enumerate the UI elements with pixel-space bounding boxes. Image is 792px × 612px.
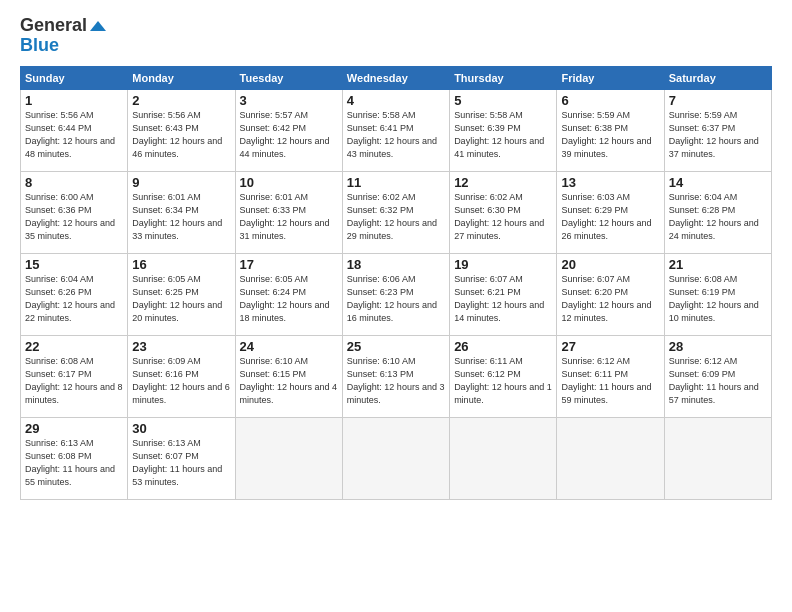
calendar-cell: 17 Sunrise: 6:05 AM Sunset: 6:24 PM Dayl… xyxy=(235,253,342,335)
day-number: 10 xyxy=(240,175,338,190)
calendar-cell: 12 Sunrise: 6:02 AM Sunset: 6:30 PM Dayl… xyxy=(450,171,557,253)
day-number: 2 xyxy=(132,93,230,108)
day-info: Sunrise: 6:01 AM Sunset: 6:33 PM Dayligh… xyxy=(240,191,338,243)
day-number: 22 xyxy=(25,339,123,354)
day-number: 25 xyxy=(347,339,445,354)
day-info: Sunrise: 6:12 AM Sunset: 6:09 PM Dayligh… xyxy=(669,355,767,407)
day-number: 26 xyxy=(454,339,552,354)
calendar-cell: 8 Sunrise: 6:00 AM Sunset: 6:36 PM Dayli… xyxy=(21,171,128,253)
calendar-cell: 15 Sunrise: 6:04 AM Sunset: 6:26 PM Dayl… xyxy=(21,253,128,335)
calendar-cell: 1 Sunrise: 5:56 AM Sunset: 6:44 PM Dayli… xyxy=(21,89,128,171)
day-info: Sunrise: 6:12 AM Sunset: 6:11 PM Dayligh… xyxy=(561,355,659,407)
day-number: 7 xyxy=(669,93,767,108)
calendar-cell: 14 Sunrise: 6:04 AM Sunset: 6:28 PM Dayl… xyxy=(664,171,771,253)
day-number: 3 xyxy=(240,93,338,108)
calendar-cell: 27 Sunrise: 6:12 AM Sunset: 6:11 PM Dayl… xyxy=(557,335,664,417)
day-info: Sunrise: 6:02 AM Sunset: 6:32 PM Dayligh… xyxy=(347,191,445,243)
day-number: 6 xyxy=(561,93,659,108)
calendar-cell: 26 Sunrise: 6:11 AM Sunset: 6:12 PM Dayl… xyxy=(450,335,557,417)
day-info: Sunrise: 6:04 AM Sunset: 6:28 PM Dayligh… xyxy=(669,191,767,243)
calendar-cell xyxy=(664,417,771,499)
day-info: Sunrise: 6:09 AM Sunset: 6:16 PM Dayligh… xyxy=(132,355,230,407)
day-info: Sunrise: 6:07 AM Sunset: 6:21 PM Dayligh… xyxy=(454,273,552,325)
calendar-cell: 11 Sunrise: 6:02 AM Sunset: 6:32 PM Dayl… xyxy=(342,171,449,253)
day-header-thursday: Thursday xyxy=(450,66,557,89)
day-info: Sunrise: 6:11 AM Sunset: 6:12 PM Dayligh… xyxy=(454,355,552,407)
day-number: 9 xyxy=(132,175,230,190)
day-number: 11 xyxy=(347,175,445,190)
day-number: 24 xyxy=(240,339,338,354)
day-info: Sunrise: 6:13 AM Sunset: 6:08 PM Dayligh… xyxy=(25,437,123,489)
day-info: Sunrise: 5:59 AM Sunset: 6:37 PM Dayligh… xyxy=(669,109,767,161)
logo: General Blue xyxy=(20,16,106,56)
day-header-friday: Friday xyxy=(557,66,664,89)
day-number: 4 xyxy=(347,93,445,108)
day-info: Sunrise: 5:58 AM Sunset: 6:41 PM Dayligh… xyxy=(347,109,445,161)
calendar-cell: 7 Sunrise: 5:59 AM Sunset: 6:37 PM Dayli… xyxy=(664,89,771,171)
day-number: 20 xyxy=(561,257,659,272)
day-number: 29 xyxy=(25,421,123,436)
day-number: 14 xyxy=(669,175,767,190)
calendar-cell: 4 Sunrise: 5:58 AM Sunset: 6:41 PM Dayli… xyxy=(342,89,449,171)
day-info: Sunrise: 5:57 AM Sunset: 6:42 PM Dayligh… xyxy=(240,109,338,161)
day-header-tuesday: Tuesday xyxy=(235,66,342,89)
calendar-cell xyxy=(235,417,342,499)
calendar-cell: 21 Sunrise: 6:08 AM Sunset: 6:19 PM Dayl… xyxy=(664,253,771,335)
day-header-sunday: Sunday xyxy=(21,66,128,89)
day-number: 21 xyxy=(669,257,767,272)
calendar-cell xyxy=(557,417,664,499)
day-header-wednesday: Wednesday xyxy=(342,66,449,89)
calendar-cell xyxy=(342,417,449,499)
calendar-cell: 10 Sunrise: 6:01 AM Sunset: 6:33 PM Dayl… xyxy=(235,171,342,253)
logo-general: General xyxy=(20,16,106,36)
calendar: SundayMondayTuesdayWednesdayThursdayFrid… xyxy=(20,66,772,500)
calendar-cell: 22 Sunrise: 6:08 AM Sunset: 6:17 PM Dayl… xyxy=(21,335,128,417)
day-number: 5 xyxy=(454,93,552,108)
day-info: Sunrise: 6:06 AM Sunset: 6:23 PM Dayligh… xyxy=(347,273,445,325)
calendar-cell xyxy=(450,417,557,499)
day-number: 18 xyxy=(347,257,445,272)
day-number: 15 xyxy=(25,257,123,272)
day-info: Sunrise: 6:07 AM Sunset: 6:20 PM Dayligh… xyxy=(561,273,659,325)
day-number: 28 xyxy=(669,339,767,354)
day-info: Sunrise: 5:59 AM Sunset: 6:38 PM Dayligh… xyxy=(561,109,659,161)
day-info: Sunrise: 6:13 AM Sunset: 6:07 PM Dayligh… xyxy=(132,437,230,489)
day-number: 27 xyxy=(561,339,659,354)
day-number: 17 xyxy=(240,257,338,272)
day-info: Sunrise: 5:58 AM Sunset: 6:39 PM Dayligh… xyxy=(454,109,552,161)
day-info: Sunrise: 5:56 AM Sunset: 6:43 PM Dayligh… xyxy=(132,109,230,161)
day-header-saturday: Saturday xyxy=(664,66,771,89)
day-info: Sunrise: 6:02 AM Sunset: 6:30 PM Dayligh… xyxy=(454,191,552,243)
calendar-cell: 18 Sunrise: 6:06 AM Sunset: 6:23 PM Dayl… xyxy=(342,253,449,335)
calendar-cell: 25 Sunrise: 6:10 AM Sunset: 6:13 PM Dayl… xyxy=(342,335,449,417)
day-number: 19 xyxy=(454,257,552,272)
calendar-cell: 13 Sunrise: 6:03 AM Sunset: 6:29 PM Dayl… xyxy=(557,171,664,253)
day-info: Sunrise: 6:01 AM Sunset: 6:34 PM Dayligh… xyxy=(132,191,230,243)
day-info: Sunrise: 6:10 AM Sunset: 6:13 PM Dayligh… xyxy=(347,355,445,407)
day-info: Sunrise: 5:56 AM Sunset: 6:44 PM Dayligh… xyxy=(25,109,123,161)
calendar-cell: 2 Sunrise: 5:56 AM Sunset: 6:43 PM Dayli… xyxy=(128,89,235,171)
day-number: 23 xyxy=(132,339,230,354)
calendar-cell: 9 Sunrise: 6:01 AM Sunset: 6:34 PM Dayli… xyxy=(128,171,235,253)
calendar-cell: 5 Sunrise: 5:58 AM Sunset: 6:39 PM Dayli… xyxy=(450,89,557,171)
calendar-cell: 29 Sunrise: 6:13 AM Sunset: 6:08 PM Dayl… xyxy=(21,417,128,499)
day-info: Sunrise: 6:08 AM Sunset: 6:19 PM Dayligh… xyxy=(669,273,767,325)
calendar-cell: 30 Sunrise: 6:13 AM Sunset: 6:07 PM Dayl… xyxy=(128,417,235,499)
page: General Blue SundayMondayTuesdayWednesda… xyxy=(0,0,792,612)
day-info: Sunrise: 6:00 AM Sunset: 6:36 PM Dayligh… xyxy=(25,191,123,243)
day-info: Sunrise: 6:04 AM Sunset: 6:26 PM Dayligh… xyxy=(25,273,123,325)
day-number: 12 xyxy=(454,175,552,190)
day-number: 1 xyxy=(25,93,123,108)
day-number: 13 xyxy=(561,175,659,190)
day-info: Sunrise: 6:10 AM Sunset: 6:15 PM Dayligh… xyxy=(240,355,338,407)
calendar-cell: 28 Sunrise: 6:12 AM Sunset: 6:09 PM Dayl… xyxy=(664,335,771,417)
day-info: Sunrise: 6:05 AM Sunset: 6:25 PM Dayligh… xyxy=(132,273,230,325)
day-number: 30 xyxy=(132,421,230,436)
calendar-cell: 23 Sunrise: 6:09 AM Sunset: 6:16 PM Dayl… xyxy=(128,335,235,417)
calendar-cell: 24 Sunrise: 6:10 AM Sunset: 6:15 PM Dayl… xyxy=(235,335,342,417)
day-header-monday: Monday xyxy=(128,66,235,89)
day-number: 8 xyxy=(25,175,123,190)
day-info: Sunrise: 6:08 AM Sunset: 6:17 PM Dayligh… xyxy=(25,355,123,407)
calendar-cell: 3 Sunrise: 5:57 AM Sunset: 6:42 PM Dayli… xyxy=(235,89,342,171)
calendar-cell: 16 Sunrise: 6:05 AM Sunset: 6:25 PM Dayl… xyxy=(128,253,235,335)
